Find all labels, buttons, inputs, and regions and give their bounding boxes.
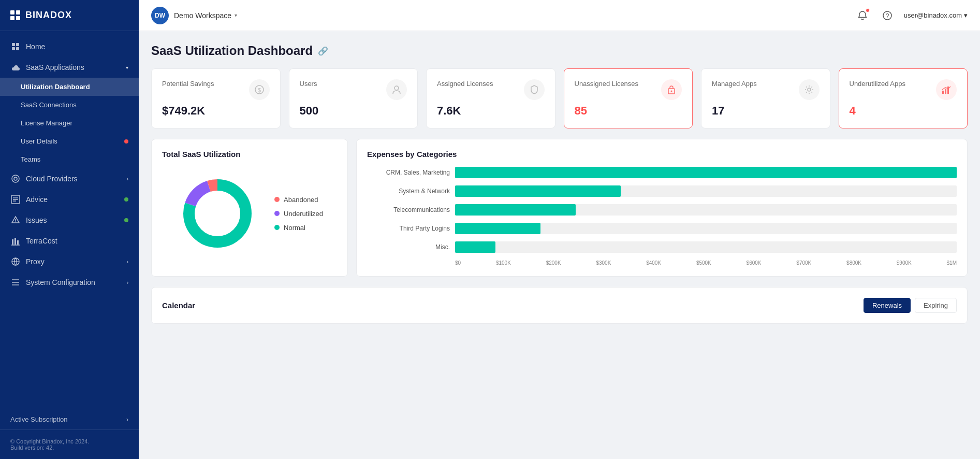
teams-label: Teams: [21, 155, 40, 163]
potential-savings-value: $749.2K: [162, 104, 270, 118]
calendar-section: Calendar Renewals Expiring: [151, 287, 968, 324]
users-label: Users: [300, 79, 317, 89]
bar-fill-third-party: [455, 223, 540, 234]
bar-track-telecom: [455, 204, 957, 216]
bar-row-telecom: Telecommunications: [367, 204, 957, 216]
bar-label-third-party: Third Party Logins: [367, 225, 450, 232]
bar-track-crm: [455, 167, 957, 178]
bar-fill-telecom: [455, 204, 576, 216]
normal-dot: [274, 225, 280, 230]
bar-track-third-party: [455, 223, 957, 234]
calendar-title: Calendar: [162, 301, 195, 310]
logo-grid-icon: [10, 10, 20, 20]
saas-applications-label: SaaS Applications: [26, 63, 84, 71]
sidebar-item-system-configuration[interactable]: System Configuration ›: [0, 272, 139, 293]
underutilized-dot: [274, 211, 280, 216]
sidebar-item-home[interactable]: Home: [0, 36, 139, 57]
bar-fill-misc: [455, 241, 495, 253]
potential-savings-label: Potential Savings: [162, 79, 214, 89]
link-icon[interactable]: 🔗: [318, 46, 328, 56]
stat-card-potential-savings[interactable]: Potential Savings $ $749.2K: [151, 68, 281, 128]
bar-row-crm: CRM, Sales, Marketing: [367, 167, 957, 178]
topbar-right: ? user@binadox.com ▾: [854, 7, 968, 24]
user-menu[interactable]: user@binadox.com ▾: [904, 11, 968, 19]
svg-rect-0: [12, 43, 15, 46]
bar-chart-title: Expenses by Categories: [367, 150, 957, 159]
stat-card-assigned-licenses[interactable]: Assigned Licenses 7.6K: [426, 68, 555, 128]
donut-chart-container: Abandoned Underutilized Normal: [162, 167, 337, 260]
tab-renewals[interactable]: Renewals: [864, 298, 911, 313]
bar-row-third-party: Third Party Logins: [367, 223, 957, 234]
stat-card-managed-apps[interactable]: Managed Apps 17: [701, 68, 830, 128]
sidebar-item-saas-applications[interactable]: SaaS Applications ▾: [0, 57, 139, 78]
home-icon: [10, 41, 21, 52]
user-details-alert-dot: [124, 139, 128, 144]
svg-text:?: ?: [885, 12, 889, 20]
sidebar-item-user-details[interactable]: User Details: [0, 132, 139, 150]
stat-cards-row: Potential Savings $ $749.2K Users: [151, 68, 968, 128]
notification-badge: [866, 8, 870, 12]
bar-label-system: System & Network: [367, 188, 450, 195]
workspace-name[interactable]: Demo Workspace: [174, 11, 231, 20]
sidebar-item-saas-connections[interactable]: SaaS Connections: [0, 96, 139, 114]
notification-button[interactable]: [854, 7, 871, 24]
sidebar-item-teams[interactable]: Teams: [0, 150, 139, 168]
sidebar-item-utilization-dashboard[interactable]: Utilization Dashboard: [0, 78, 139, 96]
assigned-licenses-icon: [524, 79, 545, 100]
logo-text: BINADOX: [25, 10, 72, 21]
sidebar-item-license-manager[interactable]: License Manager: [0, 114, 139, 132]
issues-icon: [10, 215, 21, 225]
donut-chart-title: Total SaaS Utilization: [162, 150, 337, 159]
footer-copyright: © Copyright Binadox, Inc 2024.: [10, 438, 128, 444]
sidebar-item-issues[interactable]: Issues: [0, 210, 139, 231]
proxy-icon: [10, 256, 21, 267]
potential-savings-icon: $: [249, 79, 270, 100]
bar-fill-crm: [455, 167, 957, 178]
unassigned-licenses-icon: [661, 79, 682, 100]
donut-svg: [176, 172, 259, 255]
license-manager-label: License Manager: [21, 119, 72, 127]
x-label-200k: $200K: [546, 260, 561, 266]
main-area: DW Demo Workspace ▾ ? user@binadox.com ▾: [139, 0, 980, 459]
svg-point-5: [14, 177, 17, 180]
svg-text:$: $: [257, 87, 260, 93]
workspace-chevron[interactable]: ▾: [235, 12, 237, 18]
sidebar-nav: Home SaaS Applications ▾ Utilization Das…: [0, 31, 139, 409]
issues-label: Issues: [26, 216, 47, 224]
x-label-0: $0: [455, 260, 461, 266]
tab-expiring[interactable]: Expiring: [915, 298, 957, 313]
cloud-providers-chevron: ›: [127, 176, 128, 182]
active-subscription-chevron: ›: [126, 415, 128, 423]
svg-point-28: [808, 88, 811, 91]
svg-rect-2: [12, 47, 15, 50]
sidebar-item-advice[interactable]: Advice: [0, 189, 139, 210]
svg-point-27: [671, 91, 672, 92]
help-button[interactable]: ?: [879, 7, 896, 24]
home-label: Home: [26, 42, 45, 51]
assigned-licenses-label: Assigned Licenses: [437, 79, 493, 89]
stat-card-underutilized-apps[interactable]: Underutilized Apps 4: [839, 68, 968, 128]
sidebar-item-proxy[interactable]: Proxy ›: [0, 251, 139, 272]
assigned-licenses-value: 7.6K: [437, 104, 545, 118]
underutilized-apps-value: 4: [850, 104, 957, 118]
sidebar-item-terracost[interactable]: TerraCost: [0, 231, 139, 251]
stat-card-users[interactable]: Users 500: [289, 68, 418, 128]
stat-card-unassigned-licenses[interactable]: Unassigned Licenses 85: [564, 68, 693, 128]
bar-fill-system: [455, 185, 621, 197]
workspace-badge: DW: [151, 7, 169, 24]
underutilized-label: Underutilized: [284, 210, 323, 218]
bar-row-system: System & Network: [367, 185, 957, 197]
proxy-chevron: ›: [127, 259, 128, 265]
bar-label-crm: CRM, Sales, Marketing: [367, 169, 450, 176]
bar-chart-card: Expenses by Categories CRM, Sales, Marke…: [356, 139, 968, 277]
sidebar-item-cloud-providers[interactable]: Cloud Providers ›: [0, 168, 139, 189]
calendar-tabs: Renewals Expiring: [864, 298, 957, 313]
system-config-chevron: ›: [127, 280, 128, 285]
bar-row-misc: Misc.: [367, 241, 957, 253]
saas-connections-label: SaaS Connections: [21, 101, 77, 109]
x-label-500k: $500K: [696, 260, 711, 266]
x-label-800k: $800K: [846, 260, 861, 266]
sidebar-item-active-subscription[interactable]: Active Subscription ›: [0, 409, 139, 429]
svg-point-25: [394, 86, 399, 90]
legend-underutilized: Underutilized: [274, 210, 323, 218]
